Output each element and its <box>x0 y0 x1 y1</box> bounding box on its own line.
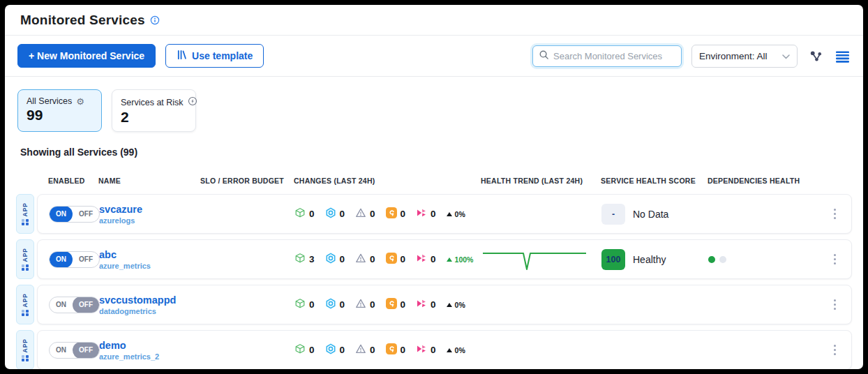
services-at-risk-count: 2 <box>121 109 187 126</box>
service-subtitle: datadogmetrics <box>99 307 201 315</box>
health-trend-sparkline <box>481 244 588 272</box>
info-icon[interactable] <box>150 15 160 26</box>
health-score-cell: - No Data <box>601 204 708 225</box>
all-services-label: All Services <box>27 96 72 106</box>
service-hexagon-icon <box>325 253 336 267</box>
service-type-label: APP <box>22 248 29 262</box>
app-grid-icon <box>22 355 29 362</box>
health-score-cell: 100 Healthy <box>601 249 708 270</box>
pink-integration-icon <box>416 207 427 221</box>
row-actions-kebab-icon[interactable] <box>830 341 841 359</box>
service-type-tab: APP <box>16 330 34 369</box>
use-template-button[interactable]: Use template <box>165 44 264 68</box>
col-slo: SLO / ERROR BUDGET <box>200 177 294 185</box>
template-library-icon <box>177 50 187 62</box>
col-name: NAME <box>98 177 200 185</box>
service-type-label: APP <box>22 202 29 216</box>
col-health-score: SERVICE HEALTH SCORE <box>601 177 708 185</box>
page-title: Monitored Services <box>20 13 145 28</box>
table-row: APP ONOFF svcazure azurelogs 0 0 0 0 0 0… <box>16 194 852 234</box>
health-score-badge: - <box>601 204 625 225</box>
pink-integration-icon <box>416 253 427 267</box>
service-type-label: APP <box>22 293 29 307</box>
change-trend: 0% <box>447 346 465 354</box>
deployment-cube-icon <box>294 253 306 267</box>
search-input[interactable] <box>553 51 676 61</box>
service-name-link[interactable]: demo <box>99 339 201 352</box>
service-name-link[interactable]: svcazure <box>99 203 201 216</box>
table-row: APP ONOFF abc azure_metrics 3 0 0 0 0 10… <box>16 239 852 279</box>
col-health-trend: HEALTH TREND (LAST 24H) <box>481 177 601 185</box>
row-actions-kebab-icon[interactable] <box>830 250 841 269</box>
showing-services-text: Showing all Services (99) <box>20 147 863 158</box>
change-trend: 100% <box>447 255 474 264</box>
row-actions-kebab-icon[interactable] <box>830 296 841 314</box>
changes-cell: 0 0 0 0 0 0% <box>294 207 481 221</box>
table-row: APP ONOFF svccustomappd datadogmetrics 0… <box>16 285 852 324</box>
trend-up-icon <box>447 303 452 307</box>
services-at-risk-card[interactable]: Services at Risk 2 <box>112 89 196 132</box>
health-score-badge: 100 <box>601 249 625 270</box>
service-subtitle: azure_metrics_2 <box>99 352 201 361</box>
new-monitored-service-button[interactable]: + New Monitored Service <box>17 44 156 68</box>
row-actions-kebab-icon[interactable] <box>830 205 841 223</box>
service-type-label: APP <box>22 338 29 352</box>
service-name-link[interactable]: abc <box>99 248 201 261</box>
orange-integration-icon <box>386 253 397 267</box>
service-type-tab: APP <box>16 285 34 324</box>
trend-up-icon <box>447 257 452 262</box>
search-icon <box>539 50 549 63</box>
app-grid-icon <box>22 310 29 317</box>
col-changes: CHANGES (LAST 24H) <box>294 177 481 185</box>
risk-bolt-icon <box>188 96 197 108</box>
health-score-label: No Data <box>633 209 668 220</box>
orange-integration-icon <box>386 207 397 221</box>
orange-integration-icon <box>386 343 397 357</box>
all-services-count: 99 <box>27 107 93 124</box>
changes-cell: 3 0 0 0 0 100% <box>294 253 481 267</box>
deployment-cube-icon <box>294 207 306 221</box>
alert-triangle-icon <box>355 253 366 267</box>
table-row: APP ONOFF demo azure_metrics_2 0 0 0 0 0… <box>16 330 852 369</box>
topology-view-icon[interactable] <box>807 47 824 64</box>
trend-up-icon <box>447 212 452 216</box>
toolbar: + New Monitored Service Use template Env… <box>5 36 863 77</box>
service-hexagon-icon <box>325 343 336 357</box>
dependencies-cell <box>708 256 806 263</box>
summary-cards: All Services ⚙ 99 Services at Risk 2 <box>5 77 863 132</box>
title-bar: Monitored Services <box>5 5 863 36</box>
health-trend-cell <box>481 244 601 275</box>
alert-triangle-icon <box>355 207 366 221</box>
col-dependencies: DEPENDENCIES HEALTH <box>708 177 805 185</box>
service-rows: APP ONOFF svcazure azurelogs 0 0 0 0 0 0… <box>5 194 863 369</box>
changes-cell: 0 0 0 0 0 0% <box>294 298 481 312</box>
dependency-unknown-dot <box>719 256 726 263</box>
enabled-toggle[interactable]: ONOFF <box>49 297 100 313</box>
dependency-healthy-dot <box>708 256 715 263</box>
service-type-tab: APP <box>16 239 34 279</box>
orange-integration-icon <box>386 298 397 312</box>
pink-integration-icon <box>416 343 427 357</box>
app-window: Monitored Services + New Monitored Servi… <box>5 5 863 369</box>
col-enabled: ENABLED <box>48 177 98 185</box>
service-hexagon-icon <box>325 298 336 312</box>
environment-filter-dropdown[interactable]: Environment: All <box>691 45 798 68</box>
enabled-toggle[interactable]: ONOFF <box>49 206 100 223</box>
table-header: ENABLED NAME SLO / ERROR BUDGET CHANGES … <box>5 177 863 185</box>
service-type-tab: APP <box>16 194 34 234</box>
alert-triangle-icon <box>355 298 366 312</box>
service-hexagon-icon <box>325 207 336 221</box>
search-box <box>532 45 682 67</box>
enabled-toggle[interactable]: ONOFF <box>49 251 100 268</box>
trend-up-icon <box>447 348 452 352</box>
enabled-toggle[interactable]: ONOFF <box>49 342 100 359</box>
app-grid-icon <box>22 219 29 226</box>
pink-integration-icon <box>416 298 427 312</box>
all-services-card[interactable]: All Services ⚙ 99 <box>17 89 102 132</box>
health-score-label: Healthy <box>633 254 666 265</box>
alert-triangle-icon <box>355 343 366 357</box>
list-view-icon[interactable] <box>834 47 851 64</box>
service-name-link[interactable]: svccustomappd <box>99 294 201 306</box>
change-trend: 0% <box>447 301 465 309</box>
changes-cell: 0 0 0 0 0 0% <box>294 343 481 357</box>
